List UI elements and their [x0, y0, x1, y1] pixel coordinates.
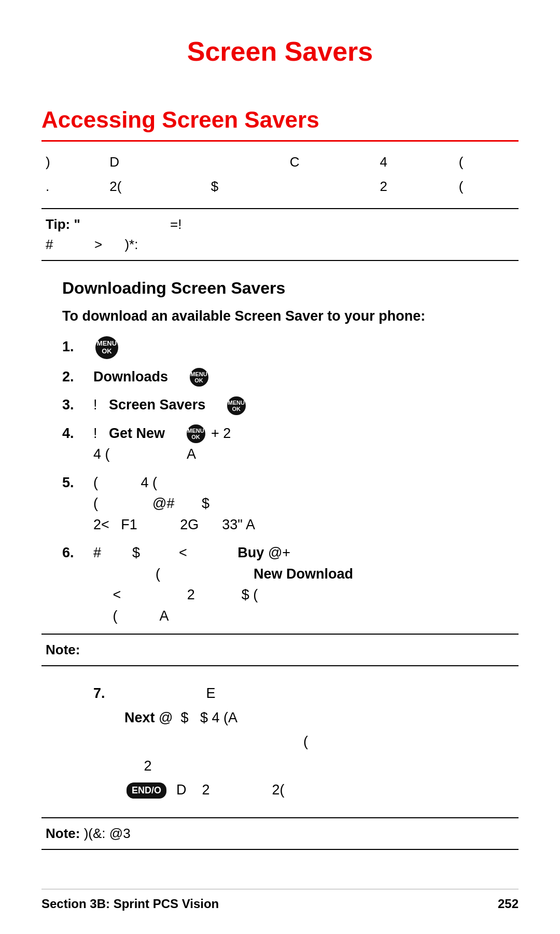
footer: Section 3B: Sprint PCS Vision 252	[41, 889, 519, 913]
section-heading: Accessing Screen Savers	[41, 103, 519, 142]
note-box-2: Note: )(&: @3	[41, 817, 519, 850]
note-box-1: Note:	[41, 634, 519, 666]
step7-next-label: Next	[124, 710, 155, 725]
step-6: 6. # $ < Buy @+ ( New Download < 2 $ (	[62, 542, 519, 626]
page-title: Screen Savers	[41, 31, 519, 72]
step4-get-new: Get New	[109, 425, 165, 441]
footer-right: 252	[498, 895, 519, 913]
step-4: 4. ! Get New MENUOK + 2 4 ( A	[62, 423, 519, 465]
step5-subline2: 2< F1 2G 33" A	[93, 514, 255, 535]
steps-list: 1. MENUOK 2. Downloads MENUOK 3. ! Scree…	[62, 336, 519, 627]
step6-subline2: < 2 $ (	[93, 584, 258, 606]
intro-table: ) D C 4 ( . 2( $ 2 (	[41, 150, 519, 199]
tip-box: Tip: " =! # > )*:	[41, 208, 519, 261]
step-5: 5. ( 4 ( ( @# $ 2< F1 2G 33" A	[62, 472, 519, 535]
end-o-icon: END/O	[127, 782, 166, 799]
subsection-title: Downloading Screen Savers	[62, 276, 519, 300]
step5-subline1: ( @# $	[93, 493, 209, 514]
menu-ok-icon-3: MENUOK	[227, 396, 246, 415]
menu-ok-icon-1: MENUOK	[95, 336, 118, 359]
step6-new-download: New Download	[254, 566, 353, 582]
step-1: 1. MENUOK	[62, 336, 519, 359]
step6-subline3: ( A	[93, 606, 169, 627]
footer-left: Section 3B: Sprint PCS Vision	[41, 895, 219, 913]
step4-subline: 4 ( A	[93, 444, 196, 465]
step-7: 7. E Next @ $ $ 4 (A ( 2 END/O D 2 2(	[93, 674, 519, 810]
step-2: 2. Downloads MENUOK	[62, 366, 519, 388]
step6-buy: Buy	[237, 545, 264, 560]
step-3: 3. ! Screen Savers MENUOK	[62, 394, 519, 416]
step2-downloads: Downloads	[93, 369, 168, 384]
step7-next-rest: @ $ $ 4 (A	[159, 710, 237, 725]
step6-subline1: ( New Download	[93, 564, 353, 585]
note2-text: )(&: @3	[84, 826, 131, 841]
intro-para: To download an available Screen Saver to…	[62, 306, 519, 327]
tip-label: Tip: "	[46, 216, 80, 232]
menu-ok-icon-2: MENUOK	[190, 368, 208, 387]
menu-ok-icon-4: MENUOK	[187, 424, 205, 443]
tip-text: # > )*:	[46, 237, 138, 252]
step3-screen-savers: Screen Savers	[109, 397, 205, 413]
